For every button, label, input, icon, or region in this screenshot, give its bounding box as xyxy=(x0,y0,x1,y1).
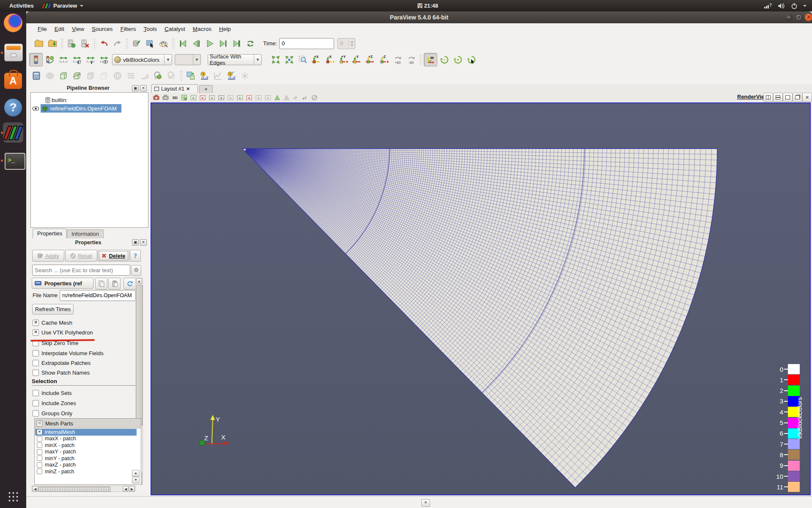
interactive-select-cells-icon[interactable] xyxy=(255,94,262,102)
render-viewport[interactable]: 01234567891011 vtkBlockColors Y X Z xyxy=(151,102,811,495)
scroll-left-icon[interactable]: ◀ xyxy=(32,486,38,491)
apply-button[interactable]: Apply xyxy=(32,250,64,262)
plot-selection-over-time-filter-icon[interactable] xyxy=(225,69,238,82)
select-cells-through-icon[interactable] xyxy=(208,94,216,102)
set-view-minus-z-icon[interactable]: -Z xyxy=(378,53,390,66)
representation-combo[interactable]: Surface With Edges ▼ xyxy=(208,54,262,65)
paraview-icon[interactable] xyxy=(3,122,23,143)
checkbox-cache-mesh[interactable]: ✕Cache Mesh xyxy=(33,319,72,326)
open-file-icon[interactable] xyxy=(33,37,45,50)
save-screenshot-icon[interactable] xyxy=(152,94,160,102)
toggle-3d-mode[interactable]: 3D xyxy=(171,94,178,102)
checkbox-show-patch-names[interactable]: Show Patch Names xyxy=(33,369,90,376)
close-icon[interactable]: ✕ xyxy=(140,85,147,91)
pipeline-item-source[interactable]: refineFieldDirs.OpenFOAM xyxy=(31,104,148,113)
rescale-to-visible-range-icon[interactable] xyxy=(98,53,110,66)
app-menu[interactable]: Paraview xyxy=(42,0,84,11)
toggle-color-legend-icon[interactable] xyxy=(29,53,43,66)
checkbox-icon[interactable] xyxy=(37,436,42,442)
extract-subset-filter-icon[interactable] xyxy=(98,69,110,82)
group-datasets-filter-icon[interactable] xyxy=(152,69,165,82)
checkbox-icon[interactable]: ✕ xyxy=(33,329,39,336)
load-palette-icon[interactable] xyxy=(157,37,170,50)
mesh-part-minX[interactable]: minX - patch xyxy=(35,442,137,449)
menu-macros[interactable]: Macros xyxy=(189,24,215,34)
reset-center-of-rotation-icon[interactable] xyxy=(465,53,478,66)
firefox-icon[interactable] xyxy=(3,13,23,33)
help-button[interactable]: ? xyxy=(130,250,141,262)
zoom-to-box-icon[interactable] xyxy=(296,53,309,66)
mesh-parts-header[interactable]: ✕ Mesh Parts xyxy=(35,419,141,428)
capture-view-icon[interactable] xyxy=(162,94,169,102)
glyph-filter-icon[interactable] xyxy=(111,69,124,82)
hover-cells-icon[interactable]: ? xyxy=(292,94,299,102)
rescale-to-temporal-range-icon[interactable]: t xyxy=(84,53,97,66)
mesh-part-minZ[interactable]: minZ - patch xyxy=(35,468,137,475)
scroll-right-icon[interactable]: ▶ xyxy=(129,486,135,491)
extract-selection-filter-icon[interactable] xyxy=(184,69,197,82)
set-view-plus-z-icon[interactable]: +Z xyxy=(364,53,377,66)
close-button[interactable]: ✕ xyxy=(805,14,812,21)
mesh-part-internalMesh[interactable]: ✕internalMesh xyxy=(35,429,137,436)
reset-button[interactable]: Reset xyxy=(65,250,97,262)
clock[interactable]: 四 21:48 xyxy=(406,0,449,11)
select-cells-on-icon[interactable] xyxy=(189,94,197,102)
scroll-left-icon[interactable]: ◀ xyxy=(123,486,129,491)
select-points-through-icon[interactable] xyxy=(217,94,225,102)
adjust-camera-icon[interactable] xyxy=(180,94,188,102)
files-icon[interactable] xyxy=(3,42,23,63)
close-view-icon[interactable]: ✕ xyxy=(802,93,812,102)
edit-color-map-icon[interactable] xyxy=(44,53,56,66)
maximize-view-icon[interactable] xyxy=(783,93,793,102)
scrollbar-thumb[interactable] xyxy=(38,486,110,492)
menu-catalyst[interactable]: Catalyst xyxy=(161,24,189,34)
paste-properties-icon[interactable] xyxy=(108,278,121,290)
tab-information[interactable]: Information xyxy=(67,229,104,238)
select-cells-polygon-icon[interactable] xyxy=(227,94,234,102)
checkbox-icon[interactable] xyxy=(33,350,39,356)
shrink-selection-icon[interactable] xyxy=(283,94,290,102)
scroll-up-icon[interactable]: ▲ xyxy=(136,278,142,284)
grow-selection-icon[interactable] xyxy=(273,94,281,102)
checkbox-icon[interactable] xyxy=(37,462,42,468)
connect-icon[interactable] xyxy=(65,37,78,50)
close-icon[interactable]: ✕ xyxy=(140,239,147,246)
menu-file[interactable]: File xyxy=(34,24,51,34)
checkbox-icon[interactable] xyxy=(37,469,42,474)
set-view-minus-x-icon[interactable]: -X xyxy=(324,53,336,66)
close-tab-icon[interactable]: × xyxy=(187,86,189,92)
stream-tracer-filter-icon[interactable] xyxy=(125,69,137,82)
terminal-icon[interactable]: >_ xyxy=(3,150,23,171)
undock-icon[interactable]: ▣ xyxy=(132,85,139,91)
checkbox-icon[interactable] xyxy=(37,449,42,455)
checkbox-icon[interactable] xyxy=(33,400,39,406)
mesh-part-maxY[interactable]: maxY - patch xyxy=(35,449,137,456)
checkbox-extrapolate-patches[interactable]: Extrapolate Patches xyxy=(33,359,91,366)
checkbox-icon[interactable] xyxy=(33,360,39,366)
calculator-filter-icon[interactable] xyxy=(30,69,43,82)
checkbox-icon[interactable] xyxy=(33,410,39,417)
vcr-last-frame-icon[interactable] xyxy=(230,37,243,50)
scrollbar-thumb[interactable] xyxy=(136,285,143,425)
set-view-minus-y-icon[interactable]: -Y xyxy=(351,53,363,66)
menu-filters[interactable]: Filters xyxy=(117,24,140,34)
select-points-on-icon[interactable] xyxy=(199,94,206,102)
scroll-down-icon[interactable]: ▼ xyxy=(132,477,140,483)
copy-properties-icon[interactable] xyxy=(95,278,107,290)
checkbox-icon[interactable]: ✕ xyxy=(37,429,42,435)
select-colors-icon[interactable] xyxy=(144,37,156,50)
checkbox-use-vtk-polyhedron[interactable]: ✕Use VTK Polyhedron xyxy=(33,329,93,336)
file-name-input[interactable] xyxy=(60,290,136,301)
menu-sources[interactable]: Sources xyxy=(88,24,117,34)
set-view-plus-x-icon[interactable]: +X xyxy=(310,53,323,66)
plot-over-time-filter-icon[interactable] xyxy=(198,69,211,82)
checkbox-icon[interactable] xyxy=(33,370,39,376)
eye-icon[interactable] xyxy=(32,106,39,111)
float-view-icon[interactable] xyxy=(793,93,802,102)
coloring-combo[interactable]: vtkBlockColors ▼ xyxy=(112,54,172,65)
show-orientation-axes-icon[interactable] xyxy=(424,53,437,66)
layout-tab[interactable]: Layout #1 × xyxy=(151,84,198,93)
undo-icon[interactable] xyxy=(98,37,110,50)
maximize-button[interactable]: ▢ xyxy=(795,14,803,21)
search-input[interactable] xyxy=(32,265,130,276)
